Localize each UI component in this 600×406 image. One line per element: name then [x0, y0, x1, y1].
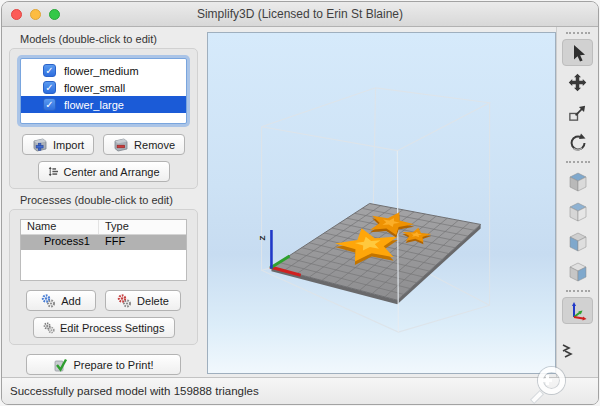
left-panel: Models (double-click to edit) ✓ flower_m…: [2, 27, 205, 377]
scale-tool-button[interactable]: [562, 99, 593, 126]
prepare-check-icon: [53, 358, 68, 372]
right-toolbar: [556, 27, 598, 377]
delete-process-button[interactable]: Delete: [105, 290, 181, 311]
center-arrange-icon: [48, 165, 59, 178]
remove-button[interactable]: Remove: [103, 134, 185, 155]
show-axes-button[interactable]: [562, 297, 593, 324]
import-icon: [32, 138, 48, 152]
add-label: Add: [61, 295, 81, 307]
view-cube-front-icon: [566, 230, 590, 254]
traffic-lights: [11, 9, 60, 20]
center-arrange-label: Center and Arrange: [63, 166, 159, 178]
toolbar-separator: [566, 290, 590, 292]
app-window: Simplify3D (Licensed to Erin St Blaine) …: [1, 1, 599, 405]
remove-label: Remove: [134, 139, 175, 151]
model-name: flower_medium: [64, 65, 139, 77]
view-cube-default-icon: [566, 170, 590, 194]
delete-icon: [117, 294, 132, 308]
z-axis-label: Z: [258, 235, 267, 240]
process-table-header: Name Type: [21, 220, 186, 235]
close-button[interactable]: [11, 9, 22, 20]
model-name: flower_large: [64, 99, 124, 111]
import-button[interactable]: Import: [22, 134, 94, 155]
view-top-button[interactable]: [562, 198, 593, 225]
process-table[interactable]: Name Type Process1 FFF: [20, 219, 187, 281]
zoom-window-button[interactable]: [49, 9, 60, 20]
import-label: Import: [53, 139, 84, 151]
viewport-3d[interactable]: Z: [207, 32, 556, 374]
delete-label: Delete: [137, 295, 169, 307]
process-name: Process1: [21, 235, 99, 250]
remove-icon: [113, 138, 129, 152]
window-title: Simplify3D (Licensed to Erin St Blaine): [197, 7, 403, 21]
magnifier-plus-v: [546, 375, 549, 385]
rotate-icon: [567, 132, 589, 154]
move-tool-button[interactable]: [562, 69, 593, 96]
select-tool-button[interactable]: [562, 39, 593, 66]
model-list[interactable]: ✓ flower_medium ✓ flower_small ✓ flower_…: [20, 58, 187, 124]
zoom-control[interactable]: [533, 367, 571, 405]
cursor-icon: [568, 43, 588, 63]
status-bar: Successfully parsed model with 159888 tr…: [2, 377, 598, 404]
prepare-to-print-button[interactable]: Prepare to Print!: [26, 354, 181, 375]
list-item-flower-medium[interactable]: ✓ flower_medium: [21, 62, 186, 79]
resize-grip-icon[interactable]: [561, 344, 573, 362]
toolbar-separator: [566, 161, 590, 163]
view-cube-top-icon: [566, 200, 590, 224]
move-icon: [567, 72, 588, 93]
center-and-arrange-button[interactable]: Center and Arrange: [38, 161, 170, 182]
title-bar[interactable]: Simplify3D (Licensed to Erin St Blaine): [2, 2, 598, 27]
edit-process-label: Edit Process Settings: [60, 322, 165, 334]
list-item-flower-large[interactable]: ✓ flower_large: [21, 96, 186, 113]
table-row-process1[interactable]: Process1 FFF: [21, 235, 186, 250]
status-message: Successfully parsed model with 159888 tr…: [10, 385, 259, 397]
minimize-button[interactable]: [30, 9, 41, 20]
magnifier-handle: [530, 390, 544, 404]
models-groupbox: ✓ flower_medium ✓ flower_small ✓ flower_…: [9, 48, 198, 189]
model-checkbox[interactable]: ✓: [43, 98, 56, 111]
model-checkbox[interactable]: ✓: [43, 64, 56, 77]
add-process-button[interactable]: Add: [26, 290, 96, 311]
models-label: Models (double-click to edit): [20, 33, 200, 45]
view-cube-side-icon: [566, 260, 590, 284]
model-name: flower_small: [64, 82, 125, 94]
model-checkbox[interactable]: ✓: [43, 81, 56, 94]
toolbar-drag-handle[interactable]: [566, 32, 590, 34]
list-item-flower-small[interactable]: ✓ flower_small: [21, 79, 186, 96]
view-front-button[interactable]: [562, 228, 593, 255]
processes-label: Processes (double-click to edit): [20, 194, 200, 206]
view-side-button[interactable]: [562, 258, 593, 285]
prepare-label: Prepare to Print!: [73, 359, 153, 371]
axes-icon: [567, 300, 589, 322]
process-type: FFF: [99, 235, 125, 250]
rotate-tool-button[interactable]: [562, 129, 593, 156]
column-header-name: Name: [21, 220, 99, 234]
build-volume-front-edge: [397, 151, 398, 332]
edit-process-icon: [43, 321, 55, 335]
scale-icon: [567, 102, 588, 123]
scene-canvas: Z: [208, 33, 555, 373]
column-header-type: Type: [99, 220, 129, 234]
view-default-button[interactable]: [562, 168, 593, 195]
processes-groupbox: Name Type Process1 FFF: [9, 209, 198, 345]
add-icon: [41, 294, 56, 308]
edit-process-settings-button[interactable]: Edit Process Settings: [33, 317, 175, 338]
